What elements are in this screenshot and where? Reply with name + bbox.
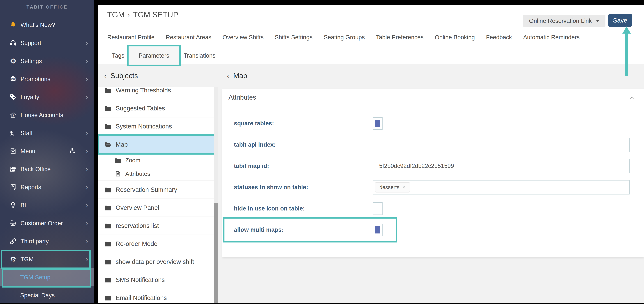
sidebar: TABIT OFFICE What's New? Support › ⚙ Set… — [0, 0, 94, 303]
chevron-up-icon[interactable] — [629, 94, 635, 102]
status-chip-desserts[interactable]: desserts × — [375, 182, 410, 192]
tab-table-preferences[interactable]: Table Preferences — [376, 34, 424, 41]
sidebar-item-label: Special Days — [20, 292, 55, 299]
tabit-api-index-input[interactable] — [372, 138, 630, 152]
sidebar-item-promotions[interactable]: SALE Promotions › — [0, 70, 94, 88]
chevron-right-icon: › — [86, 238, 88, 245]
subject-row-sms-notifications[interactable]: SMS Notifications — [98, 271, 218, 289]
takeout-icon — [9, 219, 17, 227]
sidebar-item-third-party[interactable]: Third party › — [0, 232, 94, 250]
scrollbar-thumb[interactable] — [214, 203, 218, 303]
subject-row-label: Map — [116, 141, 128, 148]
subjects-panel: ‹ Subjects Warning Thresholds Suggested … — [98, 64, 218, 303]
sale-sign-icon: SALE — [9, 75, 17, 83]
subject-row-system-notifications[interactable]: System Notifications — [98, 117, 218, 135]
field-row-square-tables: square tables: — [222, 113, 644, 134]
tab-online-booking[interactable]: Online Booking — [435, 34, 475, 41]
tab-tags[interactable]: Tags — [107, 47, 129, 64]
subject-row-zoom[interactable]: Zoom — [98, 153, 218, 167]
tab-restaurant-profile[interactable]: Restaurant Profile — [107, 34, 154, 41]
subject-row-warning-thresholds[interactable]: Warning Thresholds — [98, 87, 218, 99]
tab-feedback[interactable]: Feedback — [486, 34, 512, 41]
subject-row-reservations-list[interactable]: reservations list — [98, 217, 218, 235]
chip-remove-icon[interactable]: × — [402, 184, 406, 191]
subject-row-label: Attributes — [125, 171, 150, 177]
tab-translations[interactable]: Translations — [179, 47, 220, 64]
sidebar-item-label: Settings — [20, 58, 42, 64]
sidebar-item-bi[interactable]: BI › — [0, 196, 94, 214]
folder-icon — [104, 277, 112, 283]
sidebar-item-tgm[interactable]: ⚙ TGM › — [0, 250, 94, 268]
subject-row-email-notifications[interactable]: Email Notifications — [98, 289, 218, 303]
menu-book-icon — [9, 147, 17, 155]
statuses-chips-input[interactable]: desserts × — [372, 180, 630, 195]
field-row-allow-multi-maps: allow multi maps: — [222, 219, 644, 241]
chevron-right-icon: › — [86, 57, 88, 65]
tab-overview-shifts[interactable]: Overview Shifts — [222, 34, 264, 41]
back-chevron-icon[interactable]: ‹ — [227, 72, 229, 79]
sidebar-item-menu[interactable]: Menu › — [0, 142, 94, 160]
headset-icon — [9, 39, 17, 47]
subject-row-overview-panel[interactable]: Overview Panel — [98, 199, 218, 217]
subject-row-map-selected[interactable]: Map — [98, 135, 218, 153]
sidebar-item-back-office[interactable]: Back Office › — [0, 160, 94, 178]
sidebar-item-tgm-setup[interactable]: TGM Setup — [0, 268, 94, 286]
tab-parameters[interactable]: Parameters — [129, 47, 179, 64]
arrow-head-icon — [622, 26, 631, 33]
square-tables-checkbox[interactable] — [372, 117, 382, 130]
tabit-map-id-input[interactable] — [372, 159, 630, 173]
attributes-section-header[interactable]: Attributes — [222, 89, 644, 106]
folder-icon — [104, 186, 112, 193]
bell-icon — [9, 21, 17, 29]
sidebar-item-label: TGM — [20, 256, 34, 263]
subject-row-label: Overview Panel — [116, 204, 159, 211]
subject-row-reservation-summary[interactable]: Reservation Summary — [98, 181, 218, 199]
app-brand: TABIT OFFICE — [0, 0, 94, 14]
subject-row-attributes[interactable]: Attributes — [98, 167, 218, 181]
folder-icon — [104, 259, 112, 265]
subject-row-show-data-per-overview-shift[interactable]: show data per overview shift — [98, 253, 218, 271]
tab-shifts-settings[interactable]: Shifts Settings — [275, 34, 312, 41]
field-label: hide in use icon on table: — [234, 205, 305, 212]
sidebar-item-whats-new[interactable]: What's New? — [0, 16, 94, 34]
breadcrumb-root[interactable]: TGM — [107, 10, 124, 19]
field-row-hide-in-use-icon: hide in use icon on table: — [222, 198, 644, 219]
tab-seating-groups[interactable]: Seating Groups — [324, 34, 365, 41]
allow-multi-maps-checkbox[interactable] — [372, 224, 382, 236]
page-header: TGM › TGM SETUP Online Reservation Link … — [98, 5, 644, 64]
online-reservation-link-dropdown[interactable]: Online Reservation Link — [523, 14, 606, 27]
subject-row-reorder-mode[interactable]: Re-order Mode — [98, 235, 218, 253]
chevron-right-icon: › — [86, 129, 88, 137]
sidebar-item-special-days[interactable]: Special Days — [0, 286, 94, 303]
sidebar-item-label: What's New? — [20, 21, 55, 28]
sidebar-item-house-accounts[interactable]: $ House Accounts — [0, 106, 94, 124]
breadcrumb-current: TGM SETUP — [133, 10, 178, 19]
subjects-scrollbar[interactable] — [214, 87, 218, 303]
gear-icon: ⚙ — [9, 57, 17, 65]
secondary-tabs: Tags Parameters Translations — [98, 47, 644, 64]
org-chart-icon[interactable] — [69, 147, 76, 155]
dropdown-caret-icon — [596, 20, 600, 22]
map-panel-title: ‹ Map — [222, 64, 644, 87]
sidebar-item-label: Loyalty — [20, 94, 39, 100]
field-label: square tables: — [234, 120, 274, 127]
sidebar-item-label: TGM Setup — [20, 274, 50, 281]
folder-icon — [104, 105, 112, 112]
sidebar-item-customer-order[interactable]: Customer Order › — [0, 214, 94, 232]
subject-row-suggested-tables[interactable]: Suggested Tables — [98, 99, 218, 117]
breadcrumb-chevron-icon: › — [128, 11, 130, 18]
tab-restaurant-areas[interactable]: Restaurant Areas — [166, 34, 212, 41]
save-button[interactable]: Save — [608, 14, 632, 27]
sidebar-item-loyalty[interactable]: Loyalty › — [0, 88, 94, 106]
sidebar-item-reports[interactable]: Reports › — [0, 178, 94, 196]
map-panel: ‹ Map Attributes square tables: tabit ap — [222, 64, 644, 303]
chevron-right-icon: › — [86, 75, 88, 83]
hide-in-use-icon-checkbox[interactable] — [372, 202, 382, 215]
tab-automatic-reminders[interactable]: Automatic Reminders — [523, 34, 580, 41]
sidebar-item-staff[interactable]: Staff › — [0, 124, 94, 142]
back-chevron-icon[interactable]: ‹ — [104, 72, 106, 79]
sidebar-item-settings[interactable]: ⚙ Settings › — [0, 52, 94, 70]
link-icon — [9, 237, 17, 245]
subject-row-label: Reservation Summary — [116, 186, 177, 193]
sidebar-item-support[interactable]: Support › — [0, 34, 94, 52]
